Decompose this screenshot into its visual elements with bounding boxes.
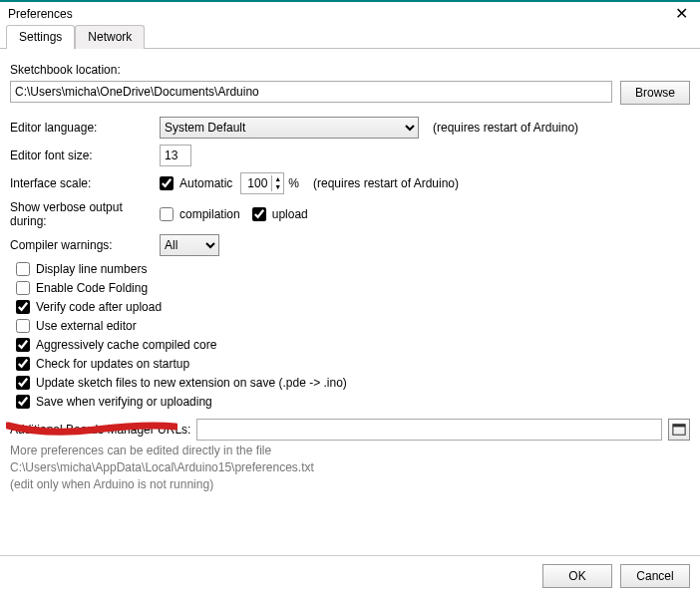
chevron-up-icon[interactable]: ▲	[272, 175, 283, 183]
line-numbers-checkbox[interactable]	[16, 262, 30, 276]
boards-url-input[interactable]	[196, 419, 662, 441]
scale-spinner[interactable]: ▲▼	[240, 172, 284, 194]
close-icon[interactable]: ✕	[671, 6, 692, 22]
tab-bar: Settings Network	[0, 24, 700, 49]
window-icon	[672, 423, 686, 437]
scale-value-input[interactable]	[241, 174, 271, 192]
cache-core-label: Aggressively cache compiled core	[36, 338, 216, 352]
more-line3: (edit only when Arduino is not running)	[10, 477, 690, 491]
more-line1: More preferences can be edited directly …	[10, 444, 690, 457]
sketchbook-path-input[interactable]	[10, 81, 612, 103]
separator	[0, 555, 700, 556]
language-note: (requires restart of Arduino)	[433, 121, 578, 135]
verbose-upload-checkbox[interactable]	[252, 207, 266, 221]
warnings-label: Compiler warnings:	[10, 238, 160, 252]
sketchbook-label: Sketchbook location:	[10, 63, 690, 77]
chevron-down-icon[interactable]: ▼	[272, 183, 283, 191]
verbose-upload-label: upload	[272, 207, 308, 221]
svg-rect-1	[673, 425, 685, 428]
browse-button[interactable]: Browse	[620, 81, 690, 105]
open-urls-dialog-button[interactable]	[668, 419, 690, 441]
check-updates-checkbox[interactable]	[16, 357, 30, 371]
check-updates-label: Check for updates on startup	[36, 357, 189, 371]
cancel-button[interactable]: Cancel	[620, 564, 690, 588]
update-ext-label: Update sketch files to new extension on …	[36, 376, 347, 390]
warnings-select[interactable]: All	[160, 234, 219, 256]
verify-upload-label: Verify code after upload	[36, 300, 162, 314]
ok-button[interactable]: OK	[542, 564, 612, 588]
tab-network[interactable]: Network	[75, 25, 145, 49]
save-verify-label: Save when verifying or uploading	[36, 395, 212, 409]
scale-auto-label: Automatic	[179, 176, 232, 190]
more-line2: C:\Users\micha\AppData\Local\Arduino15\p…	[10, 460, 690, 474]
line-numbers-label: Display line numbers	[36, 262, 147, 276]
verbose-compilation-label: compilation	[179, 207, 240, 221]
scale-percent: %	[288, 176, 299, 190]
code-folding-label: Enable Code Folding	[36, 281, 148, 295]
window-title: Preferences	[8, 7, 73, 21]
update-ext-checkbox[interactable]	[16, 376, 30, 390]
scale-note: (requires restart of Arduino)	[313, 176, 459, 190]
language-label: Editor language:	[10, 121, 160, 135]
external-editor-checkbox[interactable]	[16, 319, 30, 333]
verbose-label: Show verbose output during:	[10, 200, 160, 228]
verbose-compilation-checkbox[interactable]	[160, 207, 174, 221]
save-verify-checkbox[interactable]	[16, 395, 30, 409]
verify-upload-checkbox[interactable]	[16, 300, 30, 314]
language-select[interactable]: System Default	[160, 117, 419, 139]
external-editor-label: Use external editor	[36, 319, 137, 333]
code-folding-checkbox[interactable]	[16, 281, 30, 295]
fontsize-input[interactable]	[160, 145, 191, 166]
scale-auto-checkbox[interactable]	[160, 176, 174, 190]
tab-settings[interactable]: Settings	[6, 25, 75, 49]
scale-label: Interface scale:	[10, 176, 160, 190]
cache-core-checkbox[interactable]	[16, 338, 30, 352]
annotation-red-underline	[6, 418, 177, 438]
fontsize-label: Editor font size:	[10, 149, 160, 162]
